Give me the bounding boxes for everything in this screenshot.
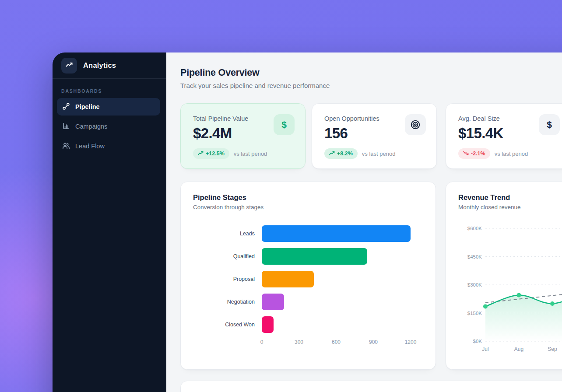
compare-text: vs last period [362, 150, 396, 157]
bar-qualified [262, 248, 367, 265]
x-tick-label: 300 [295, 339, 303, 345]
page-title: Pipeline Overview [180, 67, 562, 78]
sidebar: Analytics DASHBOARDS Pipeline [53, 52, 166, 392]
users-icon [62, 142, 70, 151]
bar-track [262, 316, 423, 333]
sidebar-item-label: Campaigns [75, 123, 107, 130]
bar-closed-won [262, 316, 274, 333]
compare-text: vs last period [234, 150, 267, 157]
bar-category-label: Qualified [193, 253, 262, 259]
stat-card-open-opportunities: Open Opportunities 156 [312, 103, 437, 169]
app-logo [61, 58, 77, 74]
route-icon [62, 102, 70, 112]
bar-row: Closed Won [193, 316, 423, 333]
sidebar-item-label: Lead Flow [75, 143, 105, 150]
change-badge: -2.1% [458, 148, 490, 159]
change-badge: +12.5% [193, 148, 229, 159]
sidebar-section-label: DASHBOARDS [61, 88, 158, 94]
sidebar-item-lead-flow[interactable]: Lead Flow [57, 137, 160, 155]
pipeline-stages-card: Pipeline Stages Conversion through stage… [180, 182, 436, 370]
change-badge: +8.2% [324, 148, 358, 159]
bar-category-label: Leads [193, 231, 262, 237]
bar-row: Proposal [193, 271, 423, 287]
bar-proposal [262, 271, 314, 287]
x-axis-ticks: 03006009001200 [262, 339, 423, 347]
sidebar-item-pipeline[interactable]: Pipeline [57, 98, 160, 116]
data-point-jul [483, 304, 488, 308]
main-content: Pipeline Overview Track your sales pipel… [166, 52, 562, 392]
desktop-background: Analytics DASHBOARDS Pipeline [0, 0, 562, 392]
chart-title: Pipeline Stages [193, 193, 423, 202]
compare-text: vs last period [495, 150, 528, 157]
stats-row: Total Pipeline Value $2.4M $ +12.5% [180, 103, 562, 169]
trending-up-icon [198, 150, 204, 157]
revenue-area [485, 292, 562, 341]
bar-category-label: Proposal [193, 276, 262, 282]
x-tick-label: 900 [369, 339, 378, 345]
x-tick-label: Sep [548, 346, 557, 352]
y-tick-label: $600K [467, 226, 482, 231]
app-window: Analytics DASHBOARDS Pipeline [53, 52, 562, 392]
bar-row: Qualified [193, 248, 423, 265]
x-tick-label: Aug [514, 346, 523, 352]
chart-subtitle: Conversion through stages [193, 204, 423, 210]
trending-up-icon [65, 61, 73, 70]
bar-category-label: Closed Won [193, 322, 262, 328]
app-title: Analytics [83, 61, 116, 70]
stat-card-total-pipeline-value: Total Pipeline Value $2.4M $ +12.5% [180, 103, 306, 169]
bar-chart-icon [62, 122, 70, 131]
charts-row: Pipeline Stages Conversion through stage… [180, 182, 562, 370]
page-subtitle: Track your sales pipeline and revenue pe… [180, 81, 562, 90]
bar-row: Negotiation [193, 294, 423, 310]
bar-row: Leads [193, 225, 423, 242]
bar-track [262, 294, 423, 310]
target-icon [405, 114, 426, 135]
bar-leads [262, 225, 411, 242]
bar-track [262, 271, 423, 287]
dollar-icon: $ [274, 114, 295, 135]
x-tick-label: 1200 [405, 339, 417, 345]
bar-category-label: Negotiation [193, 299, 262, 305]
line-chart: $0K$150K$300K$450K$600KJulAugSep [446, 182, 562, 370]
sidebar-item-campaigns[interactable]: Campaigns [57, 118, 160, 135]
sidebar-nav: Pipeline Campaigns [53, 98, 166, 157]
x-tick-label: 0 [260, 339, 263, 345]
bar-track [262, 225, 423, 242]
y-tick-label: $150K [467, 311, 482, 316]
y-tick-label: $450K [467, 254, 482, 259]
sidebar-header: Analytics [53, 52, 166, 79]
x-tick-label: 600 [332, 339, 341, 345]
trending-down-icon [463, 150, 469, 157]
sidebar-item-label: Pipeline [75, 103, 100, 110]
y-tick-label: $300K [467, 282, 482, 287]
dollar-icon: $ [539, 114, 560, 135]
trending-up-icon [329, 150, 335, 157]
y-tick-label: $0K [473, 339, 482, 344]
bar-negotiation [262, 294, 284, 310]
bottom-card [180, 381, 562, 392]
stat-card-avg-deal-size: Avg. Deal Size $15.4K $ -2.1% vs l [446, 103, 562, 169]
bar-track [262, 248, 423, 265]
data-point-aug [517, 293, 521, 298]
horizontal-bar-chart: LeadsQualifiedProposalNegotiationClosed … [193, 225, 423, 333]
revenue-trend-card: Revenue Trend Monthly closed revenue $0K… [446, 182, 562, 370]
data-point-sep [550, 301, 555, 306]
x-tick-label: Jul [482, 346, 488, 352]
